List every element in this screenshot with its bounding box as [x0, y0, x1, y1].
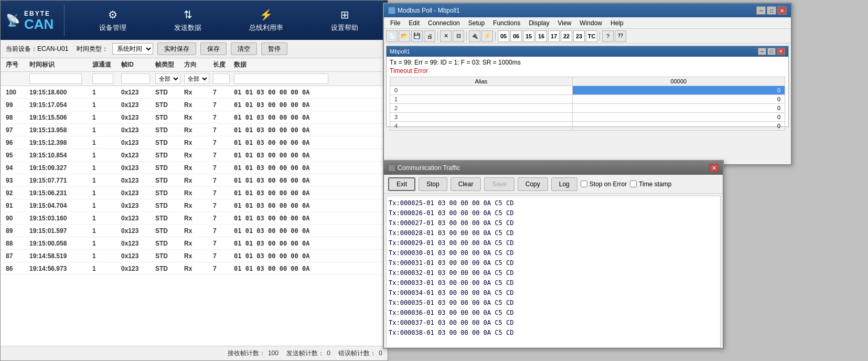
menu-connection[interactable]: Connection	[424, 18, 464, 28]
pause-button[interactable]: 暂停	[261, 43, 287, 55]
comm-close-button[interactable]: ✕	[709, 164, 719, 172]
clear-button[interactable]: 清空	[231, 43, 257, 55]
table-row[interactable]: 87 19:14:58.519 1 0x123 STD Rx 7 01 01 0…	[1, 250, 388, 262]
bus-icon: ⚡	[260, 8, 273, 21]
log-button[interactable]: Log	[551, 177, 577, 191]
menu-help[interactable]: Help	[606, 18, 628, 28]
table-row[interactable]: 90 19:15:03.160 1 0x123 STD Rx 7 01 01 0…	[1, 212, 388, 225]
tb-help2[interactable]: ⁇	[615, 30, 626, 42]
modbus-toolbar: 📄 📂 💾 🖨 ✕ ⊟ 🔌 ⚡ 05 06 15 16 17 22 23 TC …	[384, 29, 791, 44]
menu-functions[interactable]: Functions	[489, 18, 524, 28]
menu-window[interactable]: Window	[575, 18, 606, 28]
exit-button[interactable]: Exit	[388, 177, 415, 191]
tb-connect[interactable]: 🔌	[469, 30, 480, 42]
table-row[interactable]: 91 19:15:04.704 1 0x123 STD Rx 7 01 01 0…	[1, 199, 388, 212]
mbpoll-close[interactable]: ✕	[777, 48, 785, 55]
mbpoll-row-id: 1	[390, 95, 573, 104]
tb-cut[interactable]: ✕	[440, 30, 452, 42]
row-channel: 1	[92, 252, 121, 260]
mbpoll-title: Mbpoll1	[390, 48, 410, 55]
tb-num15[interactable]: 15	[523, 30, 534, 42]
table-row[interactable]: 95 19:15:10.854 1 0x123 STD Rx 7 01 01 0…	[1, 149, 388, 162]
table-row[interactable]: 89 19:15:01.597 1 0x123 STD Rx 7 01 01 0…	[1, 225, 388, 237]
save-button[interactable]: 保存	[200, 43, 227, 55]
table-row[interactable]: 86 19:14:56.973 1 0x123 STD Rx 7 01 01 0…	[1, 262, 388, 275]
menu-edit[interactable]: Edit	[404, 18, 424, 28]
table-row[interactable]: 97 19:15:13.958 1 0x123 STD Rx 7 01 01 0…	[1, 124, 388, 136]
copy-button[interactable]: Copy	[518, 177, 548, 191]
row-frametype: STD	[155, 252, 184, 260]
stop-on-error-checkbox[interactable]: Stop on Error	[581, 181, 627, 188]
frameid-filter-input[interactable]	[121, 73, 150, 84]
col-header-seq: 序号	[6, 60, 29, 69]
close-button[interactable]: ✕	[777, 6, 787, 15]
tb-open[interactable]: 📂	[399, 30, 410, 42]
mbpoll-row-id: 3	[390, 113, 573, 122]
row-frameid: 0x123	[121, 126, 155, 134]
tb-other[interactable]: ⊟	[453, 30, 464, 42]
realtime-save-button[interactable]: 实时保存	[157, 43, 196, 55]
table-row[interactable]: 98 19:15:15.506 1 0x123 STD Rx 7 01 01 0…	[1, 111, 388, 124]
table-row[interactable]: 96 19:15:12.398 1 0x123 STD Rx 7 01 01 0…	[1, 136, 388, 149]
tb-numTC[interactable]: TC	[586, 30, 597, 42]
row-frameid: 0x123	[121, 114, 155, 121]
menu-display[interactable]: Display	[524, 18, 553, 28]
mbpoll-row-value: 0	[572, 104, 785, 113]
tb-disconnect[interactable]: ⚡	[481, 30, 493, 42]
row-direction: Rx	[184, 215, 213, 222]
row-frametype: STD	[155, 265, 184, 272]
tb-num05[interactable]: 05	[498, 30, 509, 42]
row-channel: 1	[92, 265, 121, 272]
table-row[interactable]: 94 19:15:09.327 1 0x123 STD Rx 7 01 01 0…	[1, 162, 388, 174]
tb-num23[interactable]: 23	[573, 30, 585, 42]
menu-setup[interactable]: Setup	[464, 18, 489, 28]
row-data: 01 01 03 00 00 00 0A	[234, 240, 382, 247]
time-type-select[interactable]: 系统时间相对时间绝对时间	[112, 43, 153, 55]
stop-button[interactable]: Stop	[419, 177, 447, 191]
save-button[interactable]: Save	[484, 177, 514, 191]
row-data: 01 01 03 00 00 00 0A	[234, 126, 382, 134]
comm-line: Tx:000038-01 03 00 00 00 0A C5 CD	[389, 328, 718, 338]
tb-save[interactable]: 💾	[411, 30, 423, 42]
tb-num06[interactable]: 06	[510, 30, 522, 42]
table-row[interactable]: 92 19:15:06.231 1 0x123 STD Rx 7 01 01 0…	[1, 187, 388, 199]
mbpoll-minimize[interactable]: ─	[758, 48, 766, 55]
mbpoll-row: 0 0	[390, 86, 785, 95]
time-filter-input[interactable]	[29, 73, 82, 84]
tb-help1[interactable]: ?	[602, 30, 614, 42]
data-filter-input[interactable]	[234, 73, 328, 84]
table-row[interactable]: 93 19:15:07.771 1 0x123 STD Rx 7 01 01 0…	[1, 174, 388, 187]
table-row[interactable]: 99 19:15:17.054 1 0x123 STD Rx 7 01 01 0…	[1, 99, 388, 111]
direction-filter-select[interactable]: 全部RxTx	[184, 73, 209, 84]
channel-filter-input[interactable]	[92, 73, 113, 84]
menu-view[interactable]: View	[554, 18, 576, 28]
tb-new[interactable]: 📄	[386, 30, 398, 42]
tb-print[interactable]: 🖨	[424, 30, 435, 42]
row-direction: Rx	[184, 202, 213, 209]
row-time: 19:15:04.704	[29, 202, 92, 209]
mbpoll-controls: ─ □ ✕	[758, 48, 785, 55]
tb-num22[interactable]: 22	[561, 30, 572, 42]
mbpoll-maximize[interactable]: □	[767, 48, 776, 55]
nav-device-mgmt[interactable]: ⚙ 设备管理	[91, 4, 134, 37]
maximize-button[interactable]: □	[767, 6, 776, 15]
nav-settings-help[interactable]: ⊞ 设置帮助	[323, 4, 366, 37]
tb-num16[interactable]: 16	[535, 30, 547, 42]
time-stamp-checkbox[interactable]: Time stamp	[630, 181, 671, 188]
row-frameid: 0x123	[121, 202, 155, 209]
minimize-button[interactable]: ─	[756, 6, 766, 15]
nav-bus-util[interactable]: ⚡ 总线利用率	[241, 4, 291, 37]
menu-file[interactable]: File	[386, 18, 404, 28]
table-row[interactable]: 100 19:15:18.600 1 0x123 STD Rx 7 01 01 …	[1, 86, 388, 99]
mbpoll-data-table: Alias 00000 0 0 1 0 2 0 3 0 4 0	[390, 77, 785, 131]
tb-num17[interactable]: 17	[548, 30, 560, 42]
frametype-filter-select[interactable]: 全部STDEXT	[155, 73, 180, 84]
table-row[interactable]: 88 19:15:00.058 1 0x123 STD Rx 7 01 01 0…	[1, 237, 388, 250]
row-time: 19:15:01.597	[29, 227, 92, 235]
length-filter-input[interactable]	[213, 73, 230, 84]
clear-button[interactable]: Clear	[451, 177, 481, 191]
row-seq: 88	[6, 240, 29, 247]
nav-send-data[interactable]: ⇅ 发送数据	[166, 4, 209, 37]
time-type-label: 时间类型：	[77, 45, 108, 54]
error-label: 错误帧计数： 0	[338, 349, 382, 358]
